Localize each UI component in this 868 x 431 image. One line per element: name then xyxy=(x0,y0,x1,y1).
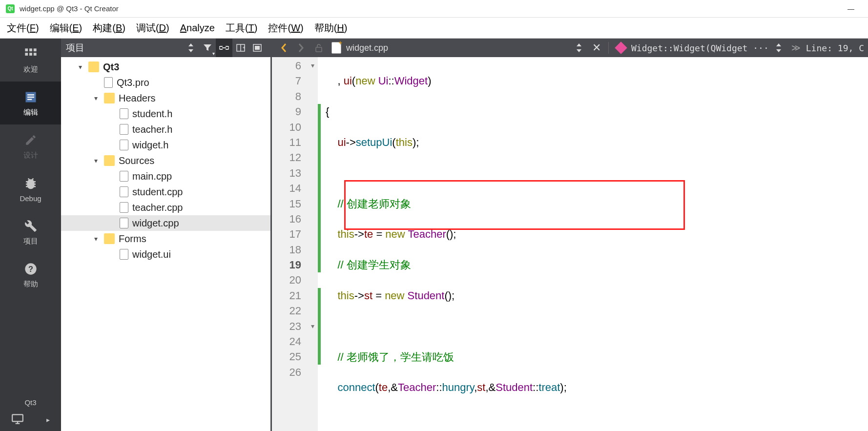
folder-icon xyxy=(104,233,115,244)
chevron-icon[interactable]: ▸ xyxy=(46,416,50,424)
editor-file-selector[interactable]: widget.cpp xyxy=(329,42,569,54)
mode-projects[interactable]: 项目 xyxy=(0,210,61,253)
tree-root[interactable]: ▾ Qt3 xyxy=(61,59,270,75)
menu-widgets[interactable]: 控件(W) xyxy=(268,21,303,35)
header-file-icon xyxy=(120,140,128,150)
menu-analyze[interactable]: Analyze xyxy=(180,22,215,34)
ui-file-icon xyxy=(120,249,128,260)
folder-icon xyxy=(104,93,115,103)
edit-icon xyxy=(23,89,39,105)
titlebar: Qt widget.cpp @ Qt3 - Qt Creator — xyxy=(0,0,868,18)
diamond-icon xyxy=(615,41,627,54)
lock-icon[interactable] xyxy=(311,39,327,57)
link-icon[interactable] xyxy=(216,39,232,57)
chevron-down-icon[interactable]: ▾ xyxy=(94,94,104,102)
menu-debug[interactable]: 调试(D) xyxy=(136,21,169,35)
svg-rect-7 xyxy=(27,94,34,95)
cpp-file-icon xyxy=(120,186,128,197)
chevron-down-icon[interactable]: ▾ xyxy=(79,63,88,71)
question-icon: ? xyxy=(23,261,39,277)
tree-file[interactable]: teacher.h xyxy=(61,122,270,137)
updown-icon[interactable] xyxy=(771,39,786,57)
line-number-gutter[interactable]: 67891011121314151617181920212223242526 xyxy=(272,57,307,431)
cpp-file-icon xyxy=(331,42,341,54)
svg-text:+: + xyxy=(243,45,245,50)
code-editor[interactable]: 67891011121314151617181920212223242526 ▾… xyxy=(272,57,868,431)
bug-icon xyxy=(23,176,39,191)
tree-file[interactable]: widget.h xyxy=(61,137,270,153)
svg-rect-0 xyxy=(25,48,28,51)
svg-rect-4 xyxy=(29,53,32,56)
file-icon xyxy=(104,77,113,88)
mode-welcome[interactable]: 欢迎 xyxy=(0,39,61,82)
tree-file[interactable]: student.h xyxy=(61,106,270,122)
svg-rect-21 xyxy=(316,47,322,52)
editor-context[interactable]: Widget::Widget(QWidget ··· xyxy=(631,43,769,53)
grid-icon xyxy=(23,46,39,62)
mode-edit[interactable]: 编辑 xyxy=(0,82,61,124)
project-header: 项目 ▾ + xyxy=(61,39,270,57)
nav-back-button[interactable] xyxy=(276,39,291,57)
tree-pro-file[interactable]: Qt3.pro xyxy=(61,75,270,90)
svg-rect-1 xyxy=(29,48,32,51)
code-body[interactable]: , ui(new Ui::Widget) { ui->setupUi(this)… xyxy=(321,57,868,431)
tree-file[interactable]: main.cpp xyxy=(61,168,270,184)
project-tree[interactable]: ▾ Qt3 Qt3.pro ▾ Headers student.h teache… xyxy=(61,57,270,431)
mode-design[interactable]: 设计 xyxy=(0,124,61,167)
header-file-icon xyxy=(120,124,128,135)
kit-selector[interactable]: Qt3 xyxy=(0,394,61,410)
qt-logo-icon: Qt xyxy=(6,4,15,13)
project-pane-title[interactable]: 项目 xyxy=(66,41,183,54)
tree-sources-folder[interactable]: ▾ Sources xyxy=(61,153,270,168)
svg-rect-12 xyxy=(12,414,23,421)
menu-tools[interactable]: 工具(T) xyxy=(226,21,258,35)
svg-rect-2 xyxy=(33,48,36,51)
svg-text:?: ? xyxy=(28,264,33,273)
cpp-file-icon xyxy=(120,218,128,228)
svg-rect-5 xyxy=(33,53,36,56)
close-button[interactable]: ✕ xyxy=(589,39,604,57)
svg-rect-9 xyxy=(27,99,32,100)
kit-bottom: ▸ xyxy=(0,410,61,431)
tree-file[interactable]: widget.ui xyxy=(61,246,270,262)
expand-icon[interactable] xyxy=(249,39,266,57)
updown-icon[interactable] xyxy=(183,39,199,57)
tree-file-active[interactable]: widget.cpp xyxy=(61,215,270,231)
tree-forms-folder[interactable]: ▾ Forms xyxy=(61,231,270,246)
menu-file[interactable]: 文件(F) xyxy=(7,21,39,35)
nav-forward-button[interactable] xyxy=(293,39,309,57)
expand-right-icon[interactable]: ≫ xyxy=(788,39,804,57)
window-title: widget.cpp @ Qt3 - Qt Creator xyxy=(20,4,119,13)
minimize-button[interactable]: — xyxy=(840,0,862,18)
menu-edit[interactable]: 编辑(E) xyxy=(50,21,83,35)
menubar: 文件(F) 编辑(E) 构建(B) 调试(D) Analyze 工具(T) 控件… xyxy=(0,18,868,39)
folder-icon xyxy=(88,62,99,72)
chevron-down-icon[interactable]: ▾ xyxy=(94,235,104,243)
filter-icon[interactable]: ▾ xyxy=(199,39,216,57)
cpp-file-icon xyxy=(120,171,128,182)
menu-build[interactable]: 构建(B) xyxy=(93,21,125,35)
folder-icon xyxy=(104,155,115,166)
mode-help[interactable]: ? 帮助 xyxy=(0,253,61,296)
cpp-file-icon xyxy=(120,202,128,213)
editor-status: Line: 19, C xyxy=(806,43,864,53)
svg-rect-8 xyxy=(27,96,34,97)
tree-file[interactable]: teacher.cpp xyxy=(61,200,270,215)
tree-headers-folder[interactable]: ▾ Headers xyxy=(61,90,270,106)
mode-sidebar: 欢迎 编辑 设计 Debug 项目 ? xyxy=(0,39,61,431)
project-panel: 项目 ▾ + ▾ Qt3 xyxy=(61,39,272,431)
svg-rect-20 xyxy=(255,46,260,50)
fold-column[interactable]: ▾▾ xyxy=(307,57,318,431)
wrench-icon xyxy=(23,218,39,234)
chevron-down-icon[interactable]: ▾ xyxy=(94,157,104,164)
split-icon[interactable]: + xyxy=(232,39,249,57)
updown-icon[interactable] xyxy=(571,39,587,57)
monitor-icon[interactable] xyxy=(11,413,24,426)
mode-debug[interactable]: Debug xyxy=(0,167,61,210)
editor-area: widget.cpp ✕ Widget::Widget(QWidget ··· … xyxy=(272,39,868,431)
pencil-icon xyxy=(23,132,39,148)
editor-toolbar: widget.cpp ✕ Widget::Widget(QWidget ··· … xyxy=(272,39,868,57)
tree-file[interactable]: student.cpp xyxy=(61,184,270,200)
svg-rect-3 xyxy=(25,53,28,56)
menu-help[interactable]: 帮助(H) xyxy=(314,21,348,35)
